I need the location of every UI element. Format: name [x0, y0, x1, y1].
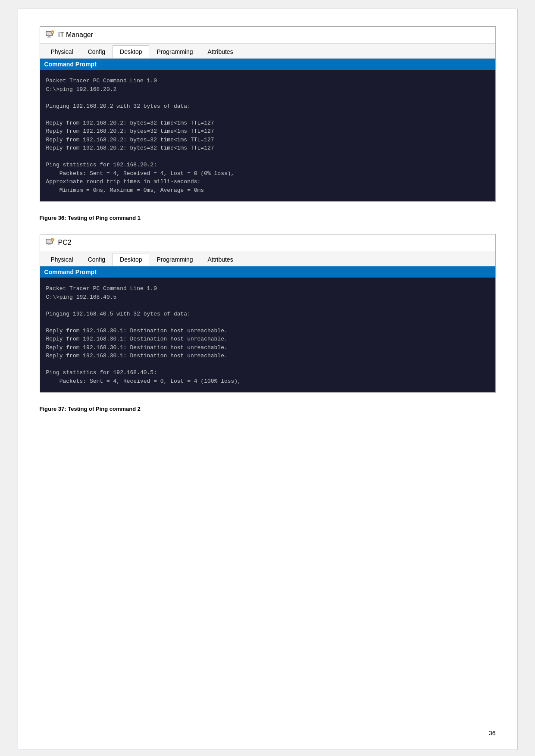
it-manager-title: IT Manager [58, 31, 94, 39]
svg-rect-7 [47, 245, 51, 245]
figure-caption-1: Figure 36: Testing of Ping command 1 [40, 215, 496, 221]
svg-rect-6 [48, 244, 50, 245]
tabs-bar-1: Physical Config Desktop Programming Attr… [40, 44, 495, 59]
tab-physical-1[interactable]: Physical [44, 45, 81, 58]
tab-desktop-1[interactable]: Desktop [113, 45, 149, 58]
device-window-2: ✦ PC2 Physical Config Desktop Programmin… [40, 234, 496, 393]
terminal-1[interactable]: Packet Tracer PC Command Line 1.0 C:\>pi… [40, 70, 495, 201]
tab-attributes-1[interactable]: Attributes [200, 45, 241, 58]
command-prompt-bar-1[interactable]: Command Prompt [40, 59, 495, 70]
tab-programming-1[interactable]: Programming [149, 45, 200, 58]
tab-desktop-2[interactable]: Desktop [113, 253, 149, 266]
command-prompt-bar-2[interactable]: Command Prompt [40, 266, 495, 278]
pc2-icon: ✦ [45, 238, 55, 247]
tab-config-2[interactable]: Config [81, 253, 113, 266]
device-window-1: ✦ IT Manager Physical Config Desktop Pro… [40, 26, 496, 202]
svg-rect-2 [47, 37, 51, 37]
figure-caption-2: Figure 37: Testing of Ping command 2 [40, 406, 496, 412]
tab-programming-2[interactable]: Programming [149, 253, 200, 266]
svg-text:✦: ✦ [51, 31, 53, 34]
tab-config-1[interactable]: Config [81, 45, 113, 58]
svg-text:✦: ✦ [51, 239, 53, 241]
device-title-bar-1: ✦ IT Manager [40, 27, 495, 44]
tabs-bar-2: Physical Config Desktop Programming Attr… [40, 251, 495, 266]
pc2-title: PC2 [58, 239, 72, 247]
page-number: 36 [489, 730, 496, 737]
page: ✦ IT Manager Physical Config Desktop Pro… [18, 9, 518, 750]
it-manager-icon: ✦ [45, 30, 55, 40]
tab-attributes-2[interactable]: Attributes [200, 253, 241, 266]
tab-physical-2[interactable]: Physical [44, 253, 81, 266]
terminal-2[interactable]: Packet Tracer PC Command Line 1.0 C:\>pi… [40, 278, 495, 392]
svg-rect-1 [48, 36, 50, 37]
device-title-bar-2: ✦ PC2 [40, 234, 495, 251]
